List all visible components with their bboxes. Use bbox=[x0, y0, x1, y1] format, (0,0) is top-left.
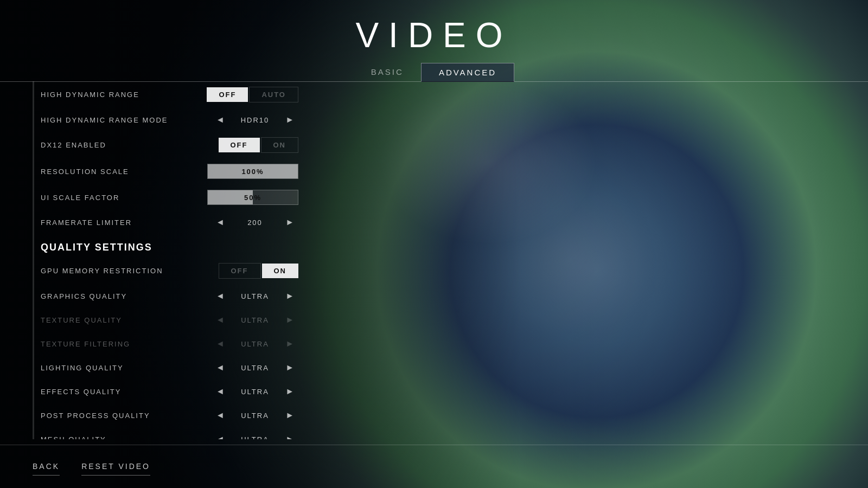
arrow-left-mesh[interactable]: ◄ bbox=[212, 433, 229, 439]
control-lighting-quality: ◄ ULTRA ► bbox=[212, 361, 298, 374]
row-lighting-quality: LIGHTING QUALITY ◄ ULTRA ► bbox=[33, 356, 298, 380]
section-quality-title: QUALITY SETTINGS bbox=[41, 242, 152, 253]
control-framerate: ◄ 200 ► bbox=[212, 216, 298, 229]
slider-value-resolution: 100% bbox=[208, 168, 298, 176]
slider-ui-scale[interactable]: 50% bbox=[207, 190, 298, 205]
value-framerate: 200 bbox=[233, 219, 277, 227]
tab-basic[interactable]: BASIC bbox=[354, 63, 421, 82]
control-post-process: ◄ ULTRA ► bbox=[212, 409, 298, 422]
arrow-left-lighting[interactable]: ◄ bbox=[212, 361, 229, 374]
value-mesh-quality: ULTRA bbox=[233, 435, 277, 440]
arrow-right-texture-f[interactable]: ► bbox=[281, 337, 298, 350]
label-texture-quality: TEXTURE QUALITY bbox=[41, 316, 212, 324]
label-gpu-memory: GPU MEMORY RESTRICTION bbox=[41, 267, 219, 275]
main-content: VIDEO BASIC ADVANCED HIGH DYNAMIC RANGE … bbox=[0, 0, 868, 488]
arrow-left-post[interactable]: ◄ bbox=[212, 409, 229, 422]
label-resolution-scale: RESOLUTION SCALE bbox=[41, 168, 207, 176]
tabs-bar: BASIC ADVANCED bbox=[0, 63, 868, 82]
value-hdr-mode: HDR10 bbox=[233, 116, 277, 124]
label-ui-scale: UI SCALE FACTOR bbox=[41, 194, 207, 202]
arrow-left-texture-f[interactable]: ◄ bbox=[212, 337, 229, 350]
label-post-process: POST PROCESS QUALITY bbox=[41, 412, 212, 420]
label-framerate: FRAMERATE LIMITER bbox=[41, 219, 212, 227]
bottom-bar: BACK RESET VIDEO bbox=[0, 445, 868, 488]
arrow-right-lighting[interactable]: ► bbox=[281, 361, 298, 374]
control-graphics-quality: ◄ ULTRA ► bbox=[212, 290, 298, 303]
row-gpu-memory: GPU MEMORY RESTRICTION OFF ON bbox=[33, 258, 298, 284]
row-effects-quality: EFFECTS QUALITY ◄ ULTRA ► bbox=[33, 380, 298, 403]
row-texture-filtering: TEXTURE FILTERING ◄ ULTRA ► bbox=[33, 332, 298, 356]
value-texture-filtering: ULTRA bbox=[233, 340, 277, 348]
arrow-left-texture-q[interactable]: ◄ bbox=[212, 313, 229, 326]
label-effects-quality: EFFECTS QUALITY bbox=[41, 388, 212, 396]
row-resolution-scale: RESOLUTION SCALE 100% bbox=[33, 158, 298, 184]
toggle-auto-hdr[interactable]: AUTO bbox=[249, 87, 298, 102]
label-high-dynamic-range: HIGH DYNAMIC RANGE bbox=[41, 91, 207, 99]
tab-advanced[interactable]: ADVANCED bbox=[421, 63, 514, 82]
row-post-process: POST PROCESS QUALITY ◄ ULTRA ► bbox=[33, 403, 298, 427]
control-resolution-scale: 100% bbox=[207, 164, 298, 179]
control-mesh-quality: ◄ ULTRA ► bbox=[212, 433, 298, 439]
row-ui-scale: UI SCALE FACTOR 50% bbox=[33, 184, 298, 210]
arrow-right-hdr-mode[interactable]: ► bbox=[281, 113, 298, 126]
label-lighting-quality: LIGHTING QUALITY bbox=[41, 364, 212, 372]
row-framerate: FRAMERATE LIMITER ◄ 200 ► bbox=[33, 210, 298, 234]
section-quality-header: QUALITY SETTINGS bbox=[33, 234, 298, 258]
arrow-left-framerate[interactable]: ◄ bbox=[212, 216, 229, 229]
label-dx12: DX12 ENABLED bbox=[41, 141, 219, 149]
slider-resolution-scale[interactable]: 100% bbox=[207, 164, 298, 179]
arrow-right-texture-q[interactable]: ► bbox=[281, 313, 298, 326]
control-texture-quality: ◄ ULTRA ► bbox=[212, 313, 298, 326]
control-dx12: OFF ON bbox=[219, 137, 299, 153]
row-hdr-mode: HIGH DYNAMIC RANGE MODE ◄ HDR10 ► bbox=[33, 108, 298, 132]
control-gpu-memory: OFF ON bbox=[219, 263, 299, 279]
value-texture-quality: ULTRA bbox=[233, 316, 277, 324]
arrow-right-framerate[interactable]: ► bbox=[281, 216, 298, 229]
control-hdr-mode: ◄ HDR10 ► bbox=[212, 113, 298, 126]
row-dx12: DX12 ENABLED OFF ON bbox=[33, 132, 298, 158]
row-high-dynamic-range: HIGH DYNAMIC RANGE OFF AUTO bbox=[33, 81, 298, 108]
control-texture-filtering: ◄ ULTRA ► bbox=[212, 337, 298, 350]
control-ui-scale: 50% bbox=[207, 190, 298, 205]
toggle-on-dx12[interactable]: ON bbox=[261, 137, 299, 153]
row-texture-quality: TEXTURE QUALITY ◄ ULTRA ► bbox=[33, 308, 298, 332]
label-mesh-quality: MESH QUALITY bbox=[41, 435, 212, 440]
label-texture-filtering: TEXTURE FILTERING bbox=[41, 340, 212, 348]
reset-video-button[interactable]: RESET VIDEO bbox=[81, 458, 150, 476]
arrow-right-effects[interactable]: ► bbox=[281, 385, 298, 398]
value-lighting-quality: ULTRA bbox=[233, 364, 277, 372]
slider-value-ui: 50% bbox=[208, 194, 298, 202]
toggle-off-hdr[interactable]: OFF bbox=[207, 87, 248, 102]
control-high-dynamic-range: OFF AUTO bbox=[207, 87, 298, 102]
row-mesh-quality: MESH QUALITY ◄ ULTRA ► bbox=[33, 427, 298, 439]
label-hdr-mode: HIGH DYNAMIC RANGE MODE bbox=[41, 116, 212, 124]
value-effects-quality: ULTRA bbox=[233, 388, 277, 396]
arrow-left-hdr-mode[interactable]: ◄ bbox=[212, 113, 229, 126]
toggle-off-gpu[interactable]: OFF bbox=[219, 263, 261, 279]
toggle-on-gpu[interactable]: ON bbox=[262, 264, 299, 278]
label-graphics-quality: GRAPHICS QUALITY bbox=[41, 292, 212, 300]
toggle-off-dx12[interactable]: OFF bbox=[219, 138, 260, 152]
settings-panel: HIGH DYNAMIC RANGE OFF AUTO HIGH DYNAMIC… bbox=[33, 81, 298, 439]
back-button[interactable]: BACK bbox=[33, 458, 60, 476]
value-graphics-quality: ULTRA bbox=[233, 292, 277, 300]
control-effects-quality: ◄ ULTRA ► bbox=[212, 385, 298, 398]
page-title: VIDEO bbox=[355, 15, 512, 55]
arrow-right-post[interactable]: ► bbox=[281, 409, 298, 422]
value-post-process: ULTRA bbox=[233, 412, 277, 420]
arrow-left-graphics[interactable]: ◄ bbox=[212, 290, 229, 303]
arrow-right-graphics[interactable]: ► bbox=[281, 290, 298, 303]
arrow-left-effects[interactable]: ◄ bbox=[212, 385, 229, 398]
arrow-right-mesh[interactable]: ► bbox=[281, 433, 298, 439]
row-graphics-quality: GRAPHICS QUALITY ◄ ULTRA ► bbox=[33, 284, 298, 308]
